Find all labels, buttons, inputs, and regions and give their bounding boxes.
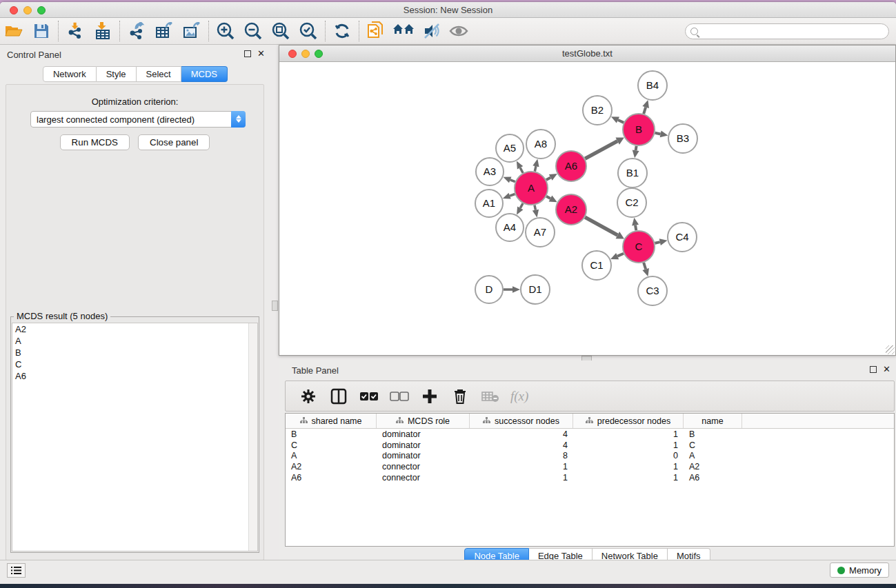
close-table-panel-icon[interactable]: ✕ — [883, 365, 890, 374]
graph-edge[interactable] — [618, 120, 624, 123]
table-cell[interactable]: dominator — [377, 429, 470, 439]
export-network-icon[interactable] — [123, 19, 150, 43]
zoom-out-icon[interactable] — [239, 19, 267, 43]
open-session-icon[interactable] — [0, 19, 28, 43]
table-cell[interactable]: A6 — [684, 473, 742, 483]
table-cell[interactable]: connector — [377, 462, 470, 472]
mcds-result-item[interactable]: A6 — [12, 370, 257, 382]
save-session-icon[interactable] — [28, 19, 55, 43]
table-cell[interactable]: dominator — [377, 440, 470, 450]
export-table-icon[interactable] — [150, 19, 178, 43]
table-cell[interactable]: C — [286, 440, 377, 450]
vertical-splitter-grip[interactable] — [272, 301, 278, 311]
table-cell[interactable]: 4 — [470, 440, 573, 450]
table-cell[interactable]: C — [684, 440, 742, 450]
float-panel-icon[interactable] — [244, 50, 251, 57]
table-cell[interactable]: connector — [377, 473, 470, 483]
graph-edge[interactable] — [585, 141, 617, 159]
table-cell[interactable]: A2 — [286, 462, 377, 472]
table-cell[interactable]: 1 — [470, 473, 573, 483]
mcds-result-item[interactable]: A2 — [12, 323, 257, 335]
graph-edge[interactable] — [635, 225, 636, 231]
tab-style[interactable]: Style — [97, 66, 137, 82]
table-cell[interactable]: 4 — [470, 429, 573, 439]
table-cell[interactable]: B — [286, 429, 377, 439]
run-mcds-button[interactable]: Run MCDS — [60, 134, 130, 150]
table-cell[interactable]: B — [684, 429, 742, 439]
graph-edge[interactable] — [636, 146, 637, 151]
tab-network[interactable]: Network — [43, 66, 97, 82]
mcds-result-item[interactable]: B — [12, 347, 257, 358]
show-eye-icon[interactable] — [445, 19, 472, 43]
table-cell[interactable]: dominator — [377, 451, 470, 460]
graph-edge[interactable] — [535, 205, 535, 210]
table-cell[interactable]: A — [684, 451, 742, 460]
mcds-result-item[interactable]: C — [12, 358, 257, 370]
zoom-in-icon[interactable] — [212, 19, 239, 43]
home-icon[interactable] — [390, 19, 417, 43]
export-image-icon[interactable] — [178, 19, 206, 43]
graph-edge[interactable] — [520, 168, 523, 173]
deselect-all-checkboxes-icon[interactable] — [389, 386, 410, 407]
mcds-result-item[interactable]: A — [12, 335, 257, 347]
import-network-icon[interactable] — [61, 19, 89, 43]
memory-button[interactable]: Memory — [830, 562, 889, 578]
table-row[interactable]: Bdominator41B — [286, 429, 894, 440]
graph-edge[interactable] — [617, 254, 624, 256]
task-history-button[interactable] — [7, 563, 26, 578]
column-header-predecessor-nodes[interactable]: predecessor nodes — [573, 414, 684, 428]
zoom-fit-icon[interactable] — [267, 19, 295, 43]
column-view-icon[interactable] — [328, 386, 349, 407]
table-cell[interactable]: A — [286, 451, 377, 460]
table-cell[interactable]: 1 — [470, 462, 573, 472]
delete-column-icon[interactable] — [450, 386, 470, 407]
table-cell[interactable]: A6 — [286, 473, 377, 483]
graph-edge[interactable] — [510, 180, 515, 182]
graph-edge[interactable] — [510, 194, 515, 196]
search-input[interactable] — [685, 23, 889, 39]
resize-grip-icon[interactable] — [886, 345, 895, 354]
column-header-name[interactable]: name — [684, 414, 742, 428]
graph-node-label: A2 — [565, 203, 577, 215]
float-table-panel-icon[interactable] — [870, 366, 877, 373]
refresh-view-icon[interactable] — [328, 19, 356, 43]
table-cell[interactable]: 1 — [573, 473, 684, 483]
table-cell[interactable]: A2 — [684, 462, 742, 472]
table-cell[interactable]: 8 — [470, 451, 573, 460]
zoom-selected-icon[interactable] — [295, 19, 322, 43]
mcds-result-list[interactable]: A2ABCA6 — [12, 323, 258, 551]
table-row[interactable]: Adominator80A — [286, 450, 894, 461]
graph-edge[interactable] — [655, 133, 661, 134]
table-row[interactable]: Cdominator41C — [286, 440, 894, 451]
table-cell[interactable]: 1 — [573, 440, 684, 450]
graph-edge[interactable] — [644, 263, 646, 270]
import-table-icon[interactable] — [89, 19, 117, 43]
tab-mcds[interactable]: MCDS — [181, 66, 228, 82]
close-panel-icon[interactable]: ✕ — [257, 50, 265, 58]
table-cell[interactable]: 1 — [573, 429, 684, 439]
network-canvas[interactable]: B4B2BB3A5A8A6B1A3AA1C2A2A4A7C4CC1C3DD1 — [279, 62, 895, 355]
graph-edge[interactable] — [520, 203, 523, 208]
add-column-icon[interactable] — [419, 386, 440, 407]
graph-edge[interactable] — [546, 177, 550, 179]
optimization-criterion-select[interactable]: largest connected component (directed) — [30, 111, 246, 128]
graph-edge[interactable] — [585, 217, 617, 235]
graph-edge[interactable] — [546, 196, 550, 199]
close-panel-button[interactable]: Close panel — [138, 134, 210, 150]
scrollbar-track[interactable] — [248, 323, 257, 551]
select-all-checkboxes-icon[interactable] — [359, 386, 379, 407]
table-row[interactable]: A6connector11A6 — [286, 472, 894, 483]
hide-details-icon[interactable] — [417, 19, 445, 43]
table-row[interactable]: A2connector11A2 — [286, 461, 894, 472]
new-network-from-selection-icon[interactable] — [362, 19, 390, 43]
settings-gear-icon[interactable] — [298, 386, 319, 407]
graph-edge[interactable] — [535, 166, 536, 171]
table-cell[interactable]: 0 — [573, 451, 684, 460]
tab-select[interactable]: Select — [137, 66, 181, 82]
column-header-shared-name[interactable]: shared name — [286, 414, 377, 428]
column-header-successor-nodes[interactable]: successor nodes — [470, 414, 573, 428]
graph-edge[interactable] — [644, 107, 646, 114]
table-cell[interactable]: 1 — [573, 462, 684, 472]
graph-edge[interactable] — [655, 242, 659, 243]
column-header-MCDS-role[interactable]: MCDS role — [377, 414, 470, 428]
